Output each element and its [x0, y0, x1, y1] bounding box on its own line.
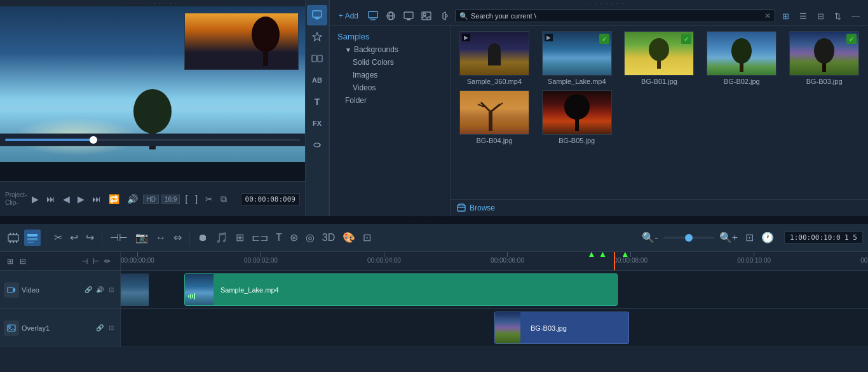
timeline-edit-btn[interactable]: ✏ — [102, 255, 112, 268]
sidebar-fx-btn[interactable]: FX — [307, 113, 327, 134]
skip-end-button[interactable]: ⏭ — [44, 193, 58, 205]
detail-view-btn[interactable]: ⊟ — [814, 10, 827, 23]
video-track-timeline[interactable]: Sample_Lake.mp4 — [121, 271, 868, 308]
film-strip-btn[interactable] — [5, 230, 22, 246]
playhead[interactable] — [614, 252, 615, 270]
sidebar-transitions-btn[interactable] — [307, 48, 327, 69]
zoom-out-btn[interactable]: 🔍- — [639, 229, 660, 246]
zoom-slider[interactable] — [663, 237, 714, 239]
search-input[interactable] — [471, 12, 762, 20]
list-item[interactable]: BG-B04.jpg — [456, 90, 533, 144]
next-frame-button[interactable]: ▶ — [75, 193, 87, 205]
crop-button[interactable]: [ — [182, 193, 190, 205]
tree-item-videos[interactable]: Videos — [330, 81, 450, 94]
track-visibility-btn[interactable]: ⊡ — [106, 323, 116, 333]
display-btn[interactable] — [402, 9, 416, 23]
track-options-btn[interactable]: ⊟ — [18, 255, 28, 268]
search-clear-btn[interactable]: ✕ — [764, 11, 771, 20]
fit-btn[interactable]: ⊣⊢ — [107, 229, 130, 246]
track-volume-btn[interactable]: 🔊 — [95, 285, 105, 295]
tree-item-backgrounds[interactable]: ▼Backgrounds — [330, 43, 450, 56]
progress-bar-container[interactable] — [0, 134, 305, 146]
sidebar-text-btn[interactable]: T — [307, 92, 327, 112]
audio-btn[interactable] — [437, 9, 451, 23]
sort-btn[interactable]: ⇅ — [831, 10, 844, 23]
zoom-thumb[interactable] — [685, 234, 693, 242]
sidebar-effects-btn[interactable] — [307, 27, 327, 47]
scissors-button[interactable]: ✂ — [203, 193, 215, 205]
preview-controls: Project- Clip- ▶ ⏭ ◀ ▶ ⏭ 🔁 🔊 HD 16:9 [ ]… — [0, 181, 305, 216]
sidebar-import-btn[interactable] — [307, 5, 327, 25]
zoom-in-btn[interactable]: 🔍+ — [717, 229, 740, 246]
title-btn[interactable]: T — [273, 230, 285, 246]
svg-rect-29 — [8, 235, 18, 241]
grid-view-btn[interactable]: ⊞ — [779, 10, 792, 23]
stabilize-btn[interactable]: ◎ — [303, 229, 317, 246]
crop-end-button[interactable]: ] — [193, 193, 200, 205]
list-item[interactable]: BG-B02.jpg — [703, 31, 780, 85]
title-ab-icon: AB — [312, 76, 322, 84]
media-item-label: Sample_Lake.mp4 — [548, 78, 606, 85]
list-item[interactable]: BG-B05.jpg — [538, 90, 616, 144]
tree-item-solid-colors[interactable]: Solid Colors — [330, 56, 450, 69]
prev-frame-button[interactable]: ◀ — [60, 193, 72, 205]
redo-btn[interactable]: ↪ — [83, 229, 97, 246]
add-track-btn[interactable]: ⊞ — [5, 255, 15, 268]
clock-btn[interactable]: 🕐 — [759, 229, 776, 246]
track-clip-overlay[interactable]: BG-B03.jpg — [494, 312, 629, 344]
progress-track[interactable] — [5, 139, 300, 141]
loop-button[interactable]: 🔁 — [106, 193, 122, 205]
progress-thumb[interactable] — [90, 136, 97, 144]
extend-btn[interactable]: ↔ — [153, 230, 168, 246]
volume-button[interactable]: 🔊 — [125, 193, 140, 205]
preview-overlay-tree — [247, 15, 285, 66]
timeline-fit-btn[interactable]: ⊣ — [79, 255, 90, 268]
pip-btn[interactable]: ⊏⊐ — [249, 229, 271, 246]
browse-bar[interactable]: Browse — [451, 199, 868, 216]
split-screen-btn[interactable]: ⊞ — [233, 229, 247, 246]
track-clip-video[interactable]: Sample_Lake.mp4 — [184, 273, 618, 306]
3d-title-btn[interactable]: 3D — [320, 230, 337, 246]
cut-btn[interactable]: ✂ — [51, 229, 65, 246]
tree-item-folder[interactable]: Folder — [330, 94, 450, 107]
list-item[interactable]: ▶ ✓ Sample_Lake.mp4 — [538, 31, 616, 85]
tree-item-samples[interactable]: Samples — [330, 30, 450, 43]
speed-btn[interactable]: ⏺ — [195, 230, 210, 246]
skip-forward-button[interactable]: ⏭ — [90, 193, 104, 205]
options-btn[interactable]: — — [848, 10, 863, 23]
color-btn[interactable]: 🎨 — [340, 229, 358, 246]
play-button[interactable]: ▶ — [29, 193, 41, 205]
svg-rect-38 — [27, 242, 34, 243]
sidebar-title-btn[interactable]: AB — [307, 70, 327, 90]
media-library-btn[interactable] — [366, 9, 380, 23]
fit-timeline-btn[interactable]: ⊡ — [743, 229, 756, 246]
overlay-track-timeline[interactable]: BG-B03.jpg — [121, 309, 868, 347]
globe-btn[interactable] — [384, 9, 398, 23]
timeline-list-btn[interactable]: ⊢ — [91, 255, 101, 268]
add-button[interactable]: + Add — [335, 10, 362, 22]
motion-track-btn[interactable]: ⊛ — [287, 229, 301, 246]
timeline-view-btn[interactable] — [24, 230, 41, 246]
ripple-btn[interactable]: ⇔ — [171, 229, 184, 246]
sidebar-motion-btn[interactable] — [307, 135, 327, 155]
undo-btn[interactable]: ↩ — [67, 229, 81, 246]
enhance-btn[interactable]: ⊡ — [360, 229, 374, 246]
tree-item-images[interactable]: Images — [330, 69, 450, 81]
track-name: Video — [22, 286, 81, 294]
media-thumbnail: ✓ — [624, 31, 694, 76]
track-visibility-btn[interactable]: ⊡ — [106, 285, 116, 295]
photo-btn[interactable] — [419, 9, 433, 23]
list-item[interactable]: ✓ BG-B03.jpg — [785, 31, 863, 85]
copy-button[interactable]: ⧉ — [218, 193, 229, 206]
list-view-btn[interactable]: ☰ — [796, 10, 810, 23]
aspect-ratio-badge: 16:9 — [161, 195, 180, 204]
audio-mix-btn[interactable]: 🎵 — [213, 229, 231, 246]
timeline-drag-bar[interactable]: · · · · · · · · · · — [0, 217, 868, 224]
snapshot-btn[interactable]: 📷 — [133, 229, 151, 246]
list-item[interactable]: ▶ Sample_360.mp4 — [456, 31, 533, 85]
track-link-btn[interactable]: 🔗 — [95, 323, 105, 333]
timecode-display: 00:00:08:009 — [241, 193, 300, 205]
track-link-btn[interactable]: 🔗 — [83, 285, 93, 295]
ruler-mark: 00:00:10:00 — [737, 252, 771, 264]
list-item[interactable]: ✓ BG-B01.jpg — [621, 31, 698, 85]
